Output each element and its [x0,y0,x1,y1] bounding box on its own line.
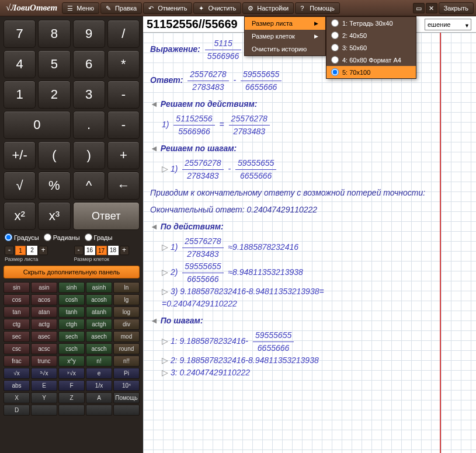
fn-acsc[interactable]: acsc [31,343,57,354]
page-size-plus[interactable]: + [39,246,48,255]
fn-asec[interactable]: asec [31,331,57,342]
key-8[interactable]: 8 [38,20,70,48]
fn-sin[interactable]: sin [4,282,30,293]
key-power[interactable]: ^ [73,172,105,200]
solution-dropdown[interactable]: ешение [425,19,471,30]
fn-³√x[interactable]: ³√x [31,368,57,379]
fn-acosh[interactable]: acosh [86,294,112,305]
fn-sec[interactable]: sec [4,331,30,342]
fn-Z[interactable]: Z [58,392,85,403]
size-option-5[interactable]: 5: 70x100 [326,66,416,78]
fn-lg[interactable]: lg [113,294,140,305]
fn-asinh[interactable]: asinh [86,282,112,293]
help-button[interactable]: ?Помощь [295,2,340,14]
page-size-minus[interactable]: - [5,246,14,255]
page-size-2[interactable]: 2 [27,246,37,255]
radio-radians[interactable]: Радианы [44,234,80,241]
cell-size-18[interactable]: 18 [108,246,119,255]
fn-sinh[interactable]: sinh [58,282,85,293]
fn-acsch[interactable]: acsch [86,343,112,354]
key-percent[interactable]: % [38,172,70,200]
radio-degrees[interactable]: Градусы [5,234,39,241]
key-2[interactable]: 2 [38,81,70,109]
fn-X[interactable]: X [4,392,30,403]
fn-Помощь[interactable]: Помощь [113,392,140,403]
key-1[interactable]: 1 [4,81,36,109]
fn-tan[interactable]: tan [4,306,30,318]
size-option-1[interactable]: 1: Тетрадь 30x40 [326,17,416,29]
fn-Pi[interactable]: Pi [113,368,140,379]
key-0[interactable]: 0 [4,111,71,139]
close-x-button[interactable]: ✕ [426,3,437,13]
radio-grads[interactable]: Грады [85,234,113,241]
key-7[interactable]: 7 [4,20,36,48]
fn-10ˣ[interactable]: 10ˣ [113,380,140,391]
cell-size-16[interactable]: 16 [85,246,95,255]
key-divide[interactable]: / [107,20,140,48]
fn-csch[interactable]: csch [58,343,85,354]
fn-mod[interactable]: mod [113,331,140,342]
fn-atanh[interactable]: atanh [86,306,112,318]
key-plusminus[interactable]: +/- [4,141,36,169]
clear-button[interactable]: ✦Очистить [193,2,241,14]
fn-Y[interactable]: Y [31,392,57,403]
settings-button[interactable]: ⚙Настройки [242,2,294,14]
close-button[interactable]: Закрыть [439,2,474,14]
fn-csc[interactable]: csc [4,343,30,354]
fn-actgh[interactable]: actgh [86,319,112,330]
key-rparen[interactable]: ) [73,141,105,169]
fn-cos[interactable]: cos [4,294,30,305]
fn-tanh[interactable]: tanh [58,306,85,318]
key-3[interactable]: 3 [73,81,105,109]
key-x3[interactable]: x³ [38,202,70,230]
menu-clear-history[interactable]: Очистить историю [245,43,325,55]
fn-E[interactable]: E [31,380,57,391]
fn-actg[interactable]: actg [31,319,57,330]
size-option-4[interactable]: 4: 60x80 Формат A4 [326,54,416,66]
fn-x^y[interactable]: x^y [58,356,85,367]
key-minus[interactable]: - [107,81,140,109]
edit-button[interactable]: ✎Правка [100,2,142,14]
fn-frac[interactable]: frac [4,356,30,367]
key-backspace[interactable]: ← [107,172,140,200]
cell-size-plus[interactable]: + [120,246,129,255]
fn-n!![interactable]: n!! [113,356,140,367]
fn-ln[interactable]: ln [113,282,140,293]
fn-div[interactable]: div [113,319,140,330]
key-x2[interactable]: x² [4,202,36,230]
key-subtract[interactable]: - [107,111,140,139]
key-answer[interactable]: Ответ [73,202,140,230]
key-plus[interactable]: + [107,141,140,169]
key-sqrt[interactable]: √ [4,172,36,200]
fn-√x[interactable]: √x [4,368,30,379]
fn-atan[interactable]: atan [31,306,57,318]
menu-cell-size[interactable]: Размер клеток▶ [245,30,325,43]
key-6[interactable]: 6 [73,50,105,78]
fn-n![interactable]: n! [86,356,112,367]
key-dot[interactable]: . [73,111,105,139]
size-option-3[interactable]: 3: 50x60 [326,41,416,54]
fn-ctg[interactable]: ctg [4,319,30,330]
cell-size-17[interactable]: 17 [96,246,107,255]
menu-page-size[interactable]: Размер листа▶ [245,17,325,30]
key-5[interactable]: 5 [38,50,70,78]
fn-ctgh[interactable]: ctgh [58,319,85,330]
page-size-1[interactable]: 1 [15,246,26,255]
key-4[interactable]: 4 [4,50,36,78]
fn-1/x[interactable]: 1/x [86,380,112,391]
hide-panel-button[interactable]: Скрыть дополнительную панель [4,266,140,278]
minimize-button[interactable]: ▭ [413,3,425,13]
size-option-2[interactable]: 2: 40x50 [326,29,416,41]
fn-log[interactable]: log [113,306,140,318]
key-lparen[interactable]: ( [38,141,70,169]
menu-button[interactable]: ☰Меню [62,2,99,14]
fn-A[interactable]: A [86,392,112,403]
fn-abs[interactable]: abs [4,380,30,391]
fn-cosh[interactable]: cosh [58,294,85,305]
fn-round[interactable]: round [113,343,140,354]
fn-trunc[interactable]: trunc [31,356,57,367]
cell-size-minus[interactable]: - [74,246,84,255]
fn-D[interactable]: D [4,405,30,416]
fn-acos[interactable]: acos [31,294,57,305]
undo-button[interactable]: ↶Отменить [143,2,192,14]
